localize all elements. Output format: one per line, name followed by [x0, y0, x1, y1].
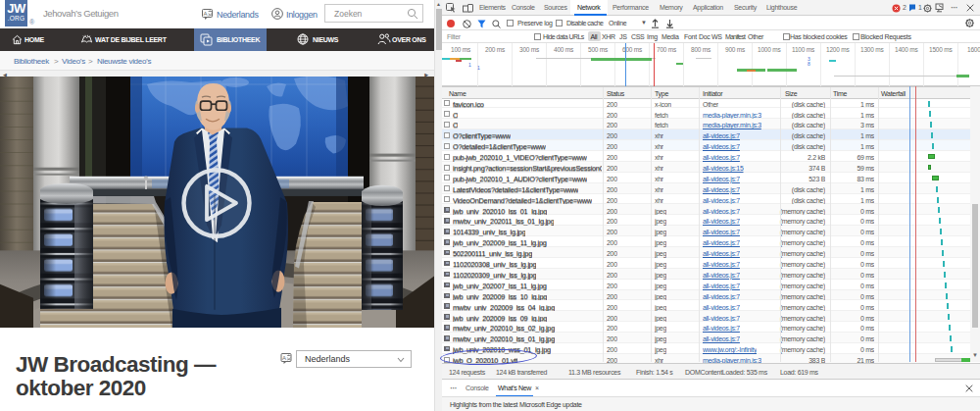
- svg-text:A: A: [204, 11, 208, 17]
- svg-text:A: A: [282, 355, 286, 361]
